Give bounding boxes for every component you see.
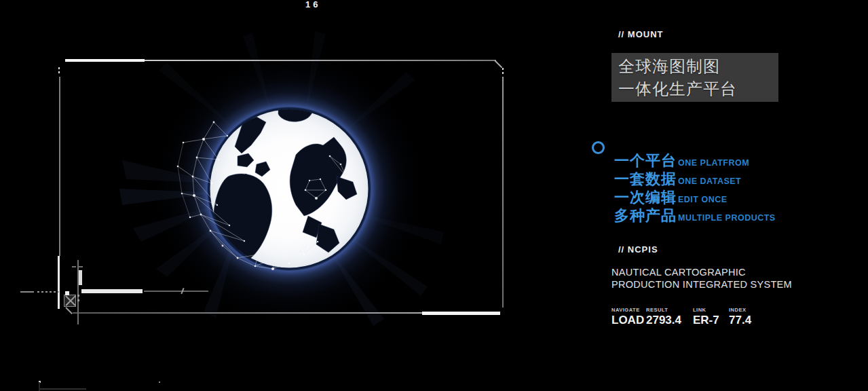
feature-en: MULTIPLE PRODUCTS — [678, 213, 776, 223]
hud-bracket-mark — [72, 266, 76, 267]
feature-item-one-dataset: 一套数据 ONE DATASET — [614, 169, 776, 187]
hud-mini-dot — [77, 299, 79, 301]
hud-horizontal-line — [144, 291, 208, 292]
feature-item-one-platform: 一个平台 ONE PLATFROM — [614, 151, 776, 169]
main-title-box: 全球海图制图 一体化生产平台 — [611, 53, 778, 102]
frame-top-line — [145, 60, 496, 61]
hud-small-square — [65, 291, 69, 295]
hud-mini-dot — [77, 295, 79, 297]
page-number: 16 — [305, 0, 320, 10]
stat-label: NAVIGATE — [611, 307, 644, 313]
system-name: NAUTICAL CARTOGRAPHIC PRODUCTION INTEGRA… — [611, 266, 792, 291]
feature-zh: 多种产品 — [614, 206, 677, 226]
stat-index: INDEX 77.4 — [729, 307, 751, 327]
frame-left-dot — [58, 67, 60, 69]
hud-left-dotted-line — [37, 291, 59, 293]
stat-value: LOAD — [611, 314, 644, 327]
system-name-line1: NAUTICAL CARTOGRAPHIC — [611, 266, 792, 278]
feature-en: ONE DATASET — [678, 176, 741, 186]
frame-left-dot — [58, 71, 60, 73]
frame-right-dot — [502, 68, 504, 70]
frame-left-line — [59, 77, 60, 256]
stat-value: 77.4 — [729, 314, 751, 327]
ring-bullet-icon — [592, 141, 605, 154]
slide-root: 16 — [0, 0, 868, 391]
feature-en: EDIT ONCE — [678, 195, 728, 204]
feature-zh: 一次编辑 — [614, 187, 677, 208]
stat-link: LINK ER-7 — [693, 307, 719, 327]
frame-bottom-left-chamfer — [65, 307, 73, 314]
feature-item-edit-once: 一次编辑 EDIT ONCE — [614, 187, 776, 206]
frame-right-dot — [502, 72, 504, 74]
frame-bottom-line — [73, 312, 422, 314]
frame-right-line — [502, 77, 504, 308]
globe-graphic — [95, 20, 489, 346]
frame-top-bar — [65, 59, 145, 62]
frame-left-bar — [58, 256, 60, 309]
feature-en: ONE PLATFROM — [678, 158, 749, 168]
feature-zh: 一套数据 — [614, 169, 677, 189]
section-label-ncpis: // NCPIS — [618, 244, 658, 255]
feature-item-multiple-products: 多种产品 MULTIPLE PRODUCTS — [614, 206, 776, 224]
bottom-mark-line — [39, 388, 86, 390]
frame-bottom-bar — [422, 312, 500, 315]
stat-label: LINK — [693, 307, 719, 313]
stat-label: RESULT — [646, 307, 681, 313]
feature-list: 一个平台 ONE PLATFROM 一套数据 ONE DATASET 一次编辑 … — [614, 151, 776, 224]
bottom-mark-dot — [159, 381, 160, 383]
stat-navigate: NAVIGATE LOAD — [611, 307, 644, 327]
main-title-line1: 全球海图制图 — [618, 55, 778, 77]
crosshair-box-icon — [64, 295, 76, 307]
hud-horizontal-bar — [81, 289, 143, 293]
stat-value: ER-7 — [693, 314, 719, 327]
hud-left-dash — [20, 291, 34, 293]
stat-value: 2793.4 — [646, 314, 681, 327]
hud-bracket-mark — [79, 266, 83, 267]
system-name-line2: PRODUCTION INTEGRATED SYSTEM — [611, 278, 792, 291]
section-label-mount: // MOUNT — [618, 29, 664, 39]
stat-result: RESULT 2793.4 — [646, 307, 681, 327]
main-title-line2: 一体化生产平台 — [618, 77, 778, 100]
stat-label: INDEX — [729, 307, 751, 313]
stats-row: NAVIGATE LOAD RESULT 2793.4 LINK ER-7 IN… — [611, 307, 768, 329]
hud-vertical-bar — [79, 270, 82, 285]
feature-zh: 一个平台 — [614, 151, 677, 171]
bottom-mark-vline — [39, 382, 40, 391]
frame-top-right-chamfer — [494, 60, 502, 68]
